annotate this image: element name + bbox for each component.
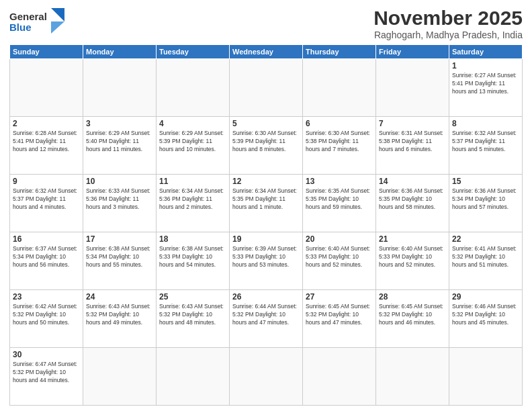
- table-row: 6Sunrise: 6:30 AM Sunset: 5:38 PM Daylig…: [303, 117, 376, 175]
- table-row: [10, 59, 83, 117]
- day-number: 4: [159, 119, 226, 128]
- header-wednesday: Wednesday: [230, 45, 303, 59]
- day-number: 23: [13, 292, 80, 302]
- day-number: 5: [232, 119, 300, 128]
- day-number: 8: [452, 119, 519, 128]
- table-row: 2Sunrise: 6:28 AM Sunset: 5:41 PM Daylig…: [10, 117, 83, 175]
- day-info: Sunrise: 6:29 AM Sunset: 5:40 PM Dayligh…: [86, 130, 153, 154]
- table-row: 17Sunrise: 6:38 AM Sunset: 5:34 PM Dayli…: [83, 232, 157, 290]
- day-info: Sunrise: 6:41 AM Sunset: 5:32 PM Dayligh…: [452, 245, 519, 269]
- day-info: Sunrise: 6:38 AM Sunset: 5:34 PM Dayligh…: [86, 245, 153, 269]
- table-row: 11Sunrise: 6:34 AM Sunset: 5:36 PM Dayli…: [157, 175, 230, 232]
- day-info: Sunrise: 6:32 AM Sunset: 5:37 PM Dayligh…: [13, 187, 80, 212]
- calendar-table: Sunday Monday Tuesday Wednesday Thursday…: [9, 44, 523, 406]
- day-info: Sunrise: 6:47 AM Sunset: 5:32 PM Dayligh…: [13, 361, 80, 385]
- day-number: 21: [379, 234, 446, 244]
- table-row: 23Sunrise: 6:42 AM Sunset: 5:32 PM Dayli…: [10, 290, 83, 348]
- day-info: Sunrise: 6:27 AM Sunset: 5:41 PM Dayligh…: [452, 72, 519, 96]
- day-number: 19: [232, 234, 300, 244]
- day-number: 12: [232, 177, 300, 186]
- weekday-header-row: Sunday Monday Tuesday Wednesday Thursday…: [10, 45, 523, 59]
- day-info: Sunrise: 6:32 AM Sunset: 5:37 PM Dayligh…: [452, 130, 519, 154]
- month-title: November 2025: [373, 7, 523, 30]
- table-row: 10Sunrise: 6:33 AM Sunset: 5:36 PM Dayli…: [83, 175, 157, 232]
- day-info: Sunrise: 6:36 AM Sunset: 5:35 PM Dayligh…: [379, 187, 446, 212]
- day-number: 13: [306, 177, 373, 186]
- table-row: 9Sunrise: 6:32 AM Sunset: 5:37 PM Daylig…: [10, 175, 83, 232]
- day-info: Sunrise: 6:45 AM Sunset: 5:32 PM Dayligh…: [306, 303, 373, 327]
- day-number: 2: [13, 119, 80, 128]
- table-row: 29Sunrise: 6:46 AM Sunset: 5:32 PM Dayli…: [449, 290, 523, 348]
- day-info: Sunrise: 6:43 AM Sunset: 5:32 PM Dayligh…: [159, 303, 226, 327]
- table-row: 13Sunrise: 6:35 AM Sunset: 5:35 PM Dayli…: [303, 175, 376, 232]
- day-number: 15: [452, 177, 519, 186]
- table-row: 4Sunrise: 6:29 AM Sunset: 5:39 PM Daylig…: [157, 117, 230, 175]
- day-number: 18: [159, 234, 226, 244]
- day-info: Sunrise: 6:29 AM Sunset: 5:39 PM Dayligh…: [159, 130, 226, 154]
- day-info: Sunrise: 6:39 AM Sunset: 5:33 PM Dayligh…: [232, 245, 300, 269]
- table-row: [303, 348, 376, 406]
- table-row: 28Sunrise: 6:45 AM Sunset: 5:32 PM Dayli…: [376, 290, 449, 348]
- table-row: 5Sunrise: 6:30 AM Sunset: 5:39 PM Daylig…: [230, 117, 303, 175]
- day-number: 28: [379, 292, 446, 302]
- header-thursday: Thursday: [303, 45, 376, 59]
- day-info: Sunrise: 6:44 AM Sunset: 5:32 PM Dayligh…: [232, 303, 300, 327]
- day-number: 24: [86, 292, 153, 302]
- table-row: [230, 348, 303, 406]
- day-info: Sunrise: 6:38 AM Sunset: 5:33 PM Dayligh…: [159, 245, 226, 269]
- svg-text:Blue: Blue: [9, 21, 32, 33]
- logo: General Blue: [9, 7, 70, 35]
- svg-marker-3: [51, 21, 64, 34]
- page-header: General Blue November 2025 Raghogarh, Ma…: [9, 7, 523, 40]
- table-row: 26Sunrise: 6:44 AM Sunset: 5:32 PM Dayli…: [230, 290, 303, 348]
- day-number: 10: [86, 177, 153, 186]
- table-row: 27Sunrise: 6:45 AM Sunset: 5:32 PM Dayli…: [303, 290, 376, 348]
- table-row: 24Sunrise: 6:43 AM Sunset: 5:32 PM Dayli…: [83, 290, 157, 348]
- svg-text:General: General: [9, 11, 47, 22]
- table-row: 25Sunrise: 6:43 AM Sunset: 5:32 PM Dayli…: [157, 290, 230, 348]
- svg-marker-2: [51, 8, 64, 21]
- table-row: 30Sunrise: 6:47 AM Sunset: 5:32 PM Dayli…: [10, 348, 83, 406]
- day-info: Sunrise: 6:34 AM Sunset: 5:36 PM Dayligh…: [159, 187, 226, 212]
- table-row: 16Sunrise: 6:37 AM Sunset: 5:34 PM Dayli…: [10, 232, 83, 290]
- header-monday: Monday: [83, 45, 157, 59]
- day-number: 27: [306, 292, 373, 302]
- table-row: 12Sunrise: 6:34 AM Sunset: 5:35 PM Dayli…: [230, 175, 303, 232]
- day-number: 1: [452, 61, 519, 71]
- location-subtitle: Raghogarh, Madhya Pradesh, India: [373, 30, 523, 40]
- day-info: Sunrise: 6:36 AM Sunset: 5:34 PM Dayligh…: [452, 187, 519, 212]
- day-number: 29: [452, 292, 519, 302]
- day-number: 3: [86, 119, 153, 128]
- table-row: [376, 348, 449, 406]
- table-row: 7Sunrise: 6:31 AM Sunset: 5:38 PM Daylig…: [376, 117, 449, 175]
- day-info: Sunrise: 6:34 AM Sunset: 5:35 PM Dayligh…: [232, 187, 300, 212]
- day-info: Sunrise: 6:30 AM Sunset: 5:38 PM Dayligh…: [306, 130, 373, 154]
- header-friday: Friday: [376, 45, 449, 59]
- table-row: [376, 59, 449, 117]
- table-row: [157, 348, 230, 406]
- table-row: 22Sunrise: 6:41 AM Sunset: 5:32 PM Dayli…: [449, 232, 523, 290]
- day-number: 20: [306, 234, 373, 244]
- header-sunday: Sunday: [10, 45, 83, 59]
- day-info: Sunrise: 6:31 AM Sunset: 5:38 PM Dayligh…: [379, 130, 446, 154]
- day-info: Sunrise: 6:35 AM Sunset: 5:35 PM Dayligh…: [306, 187, 373, 212]
- table-row: 14Sunrise: 6:36 AM Sunset: 5:35 PM Dayli…: [376, 175, 449, 232]
- day-number: 22: [452, 234, 519, 244]
- table-row: [157, 59, 230, 117]
- title-area: November 2025 Raghogarh, Madhya Pradesh,…: [373, 7, 523, 40]
- table-row: 3Sunrise: 6:29 AM Sunset: 5:40 PM Daylig…: [83, 117, 157, 175]
- day-info: Sunrise: 6:37 AM Sunset: 5:34 PM Dayligh…: [13, 245, 80, 269]
- day-info: Sunrise: 6:28 AM Sunset: 5:41 PM Dayligh…: [13, 130, 80, 154]
- day-info: Sunrise: 6:46 AM Sunset: 5:32 PM Dayligh…: [452, 303, 519, 327]
- table-row: [83, 348, 157, 406]
- table-row: 8Sunrise: 6:32 AM Sunset: 5:37 PM Daylig…: [449, 117, 523, 175]
- table-row: 19Sunrise: 6:39 AM Sunset: 5:33 PM Dayli…: [230, 232, 303, 290]
- table-row: 18Sunrise: 6:38 AM Sunset: 5:33 PM Dayli…: [157, 232, 230, 290]
- day-number: 7: [379, 119, 446, 128]
- day-info: Sunrise: 6:43 AM Sunset: 5:32 PM Dayligh…: [86, 303, 153, 327]
- day-number: 14: [379, 177, 446, 186]
- day-number: 6: [306, 119, 373, 128]
- day-info: Sunrise: 6:40 AM Sunset: 5:33 PM Dayligh…: [379, 245, 446, 269]
- table-row: 1Sunrise: 6:27 AM Sunset: 5:41 PM Daylig…: [449, 59, 523, 117]
- table-row: 20Sunrise: 6:40 AM Sunset: 5:33 PM Dayli…: [303, 232, 376, 290]
